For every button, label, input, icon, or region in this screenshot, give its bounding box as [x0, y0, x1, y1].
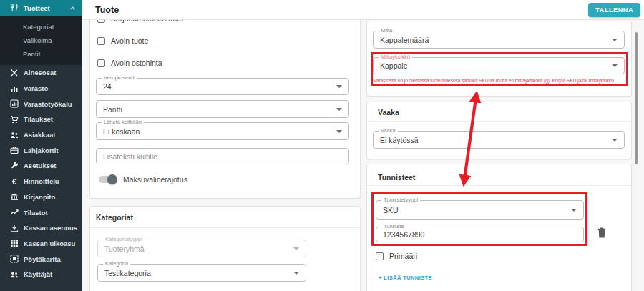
sidebar-item-kassan-ulkoasu[interactable]: Kassan ulkoasu	[0, 236, 82, 252]
category-label: Kategoria	[103, 261, 130, 267]
sidebar-item-label: Tilastot	[24, 209, 48, 217]
page-header: Tuote TALLENNA	[82, 0, 644, 20]
dropdown-arrow-icon	[612, 39, 618, 41]
vat-percent-label: Veroprosentti	[102, 75, 137, 81]
payment-restriction-label: Maksuvälinerajotus	[123, 175, 187, 184]
unit-select[interactable]: Mittayksikkö Kappale	[373, 57, 625, 74]
table-map-icon	[10, 255, 19, 263]
payment-restriction-toggle[interactable]	[99, 176, 116, 183]
sidebar-item-asetukset[interactable]: Asetukset	[0, 158, 82, 174]
sidebar-item-kirjanpito[interactable]: Kirjanpito	[0, 189, 82, 205]
sidebar-item-ainesosat[interactable]: Ainesosat	[0, 65, 82, 81]
dropdown-arrow-icon	[612, 139, 618, 142]
svg-text:€: €	[12, 177, 16, 186]
bar-chart-icon	[10, 84, 19, 93]
open-purchase-price-label: Avoin ostohinta	[111, 59, 162, 67]
grid-icon	[10, 239, 19, 247]
sidebar-item-label: Tuotteet	[24, 4, 64, 12]
sidebar-item-tilastot[interactable]: Tilastot	[0, 204, 82, 220]
primary-checkbox[interactable]	[376, 252, 384, 260]
divider	[90, 227, 360, 228]
sidebar-item-hinnoittelu[interactable]: € Hinnoittelu	[0, 174, 82, 189]
sidebar-item-kategoriat[interactable]: Kategoriat	[0, 20, 82, 34]
sidebar-item-label: Hinnoittelu	[24, 177, 59, 185]
open-product-row: Avoin tuote	[97, 36, 148, 45]
sidebar-item-label: Tilaukset	[24, 115, 53, 123]
save-button[interactable]: TALLENNA	[588, 3, 640, 17]
sidebar-item-label: Lahjakortit	[24, 147, 59, 154]
open-product-label: Avoin tuote	[111, 36, 148, 45]
vat-percent-select[interactable]: Veroprosentti 24	[96, 78, 349, 95]
dropdown-arrow-icon	[293, 272, 299, 275]
sidebar-item-label: Käyttäjät	[24, 270, 52, 278]
scale-select[interactable]: Vaaka Ei käytössä	[373, 131, 625, 149]
sidebar-item-poytakartta[interactable]: Pöytäkartta	[0, 251, 82, 267]
sidebar-item-kayttajat[interactable]: Käyttäjät	[0, 267, 82, 282]
sidebar-item-lahjakortit[interactable]: Lahjakortit	[0, 142, 82, 158]
category-type-value: Tuoteryhmä	[104, 245, 145, 253]
euro-icon: €	[10, 177, 19, 186]
send-to-kitchen-label: Lähetä keittiöön	[102, 119, 144, 125]
sidebar-item-label: Kassan ulkoasu	[24, 240, 75, 247]
sidebar-item-pantit[interactable]: Pantit	[0, 47, 82, 61]
sidebar-item-label: Pöytäkartta	[24, 255, 61, 263]
send-to-kitchen-value: Ei koskaan	[103, 127, 140, 136]
receipt-text-input[interactable]	[103, 149, 343, 164]
unit-error-message: Varastossa on jo olemassa tuote/ainesosa…	[374, 78, 615, 83]
vertical-scrollbar[interactable]	[635, 32, 638, 164]
wrench-icon	[10, 162, 19, 170]
sidebar-item-varastotyokalu[interactable]: Varastotyökalu	[0, 96, 82, 112]
sidebar-item-valikoima[interactable]: Valikoima	[0, 34, 82, 47]
chart-box-icon	[10, 99, 19, 108]
payment-restriction-row: Maksuvälinerajotus	[99, 175, 187, 184]
dropdown-arrow-icon	[612, 64, 618, 67]
scale-card-title: Vaaka	[378, 108, 399, 117]
people-icon	[10, 131, 19, 139]
category-type-select[interactable]: Kategoriatyyppi Tuoteryhmä	[97, 240, 306, 257]
identifiers-card-title: Tunnisteet	[378, 173, 415, 182]
sidebar-item-tilaukset[interactable]: Tilaukset	[0, 112, 82, 127]
identifier-type-label: Tunnistetyyppi	[381, 197, 420, 203]
sidebar-item-label: Asiakkaat	[24, 131, 55, 139]
restaurant-icon	[10, 4, 19, 12]
category-select[interactable]: Kategoria Testikategoria	[97, 264, 306, 282]
receipt-text-field-wrap	[96, 148, 349, 164]
measure-card: Mitta Kappalemäärä Mittayksikkö Kappale …	[366, 21, 632, 97]
divider	[367, 185, 631, 186]
delete-identifier-icon[interactable]	[597, 227, 607, 238]
measure-select[interactable]: Mitta Kappalemäärä	[373, 31, 625, 49]
dropdown-arrow-icon	[336, 85, 342, 88]
identifier-field-wrap: Tunniste	[376, 227, 584, 242]
sidebar-submenu: Kategoriat Valikoima Pantit	[0, 16, 82, 65]
product-settings-card: Sarjanumeroseuranta Avoin tuote Avoin os…	[89, 0, 361, 199]
page-title: Tuote	[95, 5, 119, 15]
dropdown-arrow-icon	[336, 130, 342, 133]
deposit-select[interactable]: Pantti	[96, 100, 349, 118]
dropdown-arrow-icon	[571, 209, 577, 212]
primary-row: Primääri	[376, 252, 417, 260]
download-icon	[10, 224, 19, 232]
sidebar-item-varasto[interactable]: Varasto	[0, 81, 82, 97]
crossed-utensils-icon	[10, 69, 19, 77]
sidebar-item-label: Varasto	[24, 84, 48, 92]
identifier-type-select[interactable]: Tunnistetyyppi SKU	[376, 200, 584, 220]
open-product-checkbox[interactable]	[97, 37, 105, 45]
sidebar-item-kassan-asennus[interactable]: Kassan asennus	[0, 220, 82, 236]
sidebar-item-label: Varastotyökalu	[24, 100, 72, 108]
add-identifier-link[interactable]: + LISÄÄ TUNNISTE	[379, 275, 432, 281]
app-window: Tuotteet Kategoriat Valikoima Pantit Ain…	[0, 0, 644, 291]
measure-label: Mitta	[379, 28, 394, 34]
open-purchase-price-checkbox[interactable]	[97, 59, 105, 67]
measure-value: Kappalemäärä	[380, 36, 429, 44]
category-value: Testikategoria	[104, 269, 151, 277]
scale-value: Ei käytössä	[380, 136, 419, 144]
identifier-input[interactable]	[383, 227, 577, 242]
categories-card: Kategoriat Kategoriatyyppi Tuoteryhmä Ka…	[89, 206, 361, 291]
sidebar-item-asiakkaat[interactable]: Asiakkaat	[0, 127, 82, 143]
line-chart-icon	[10, 208, 19, 217]
unit-value: Kappale	[380, 61, 408, 70]
categories-card-title: Kategoriat	[96, 213, 133, 222]
sidebar-item-tuotteet[interactable]: Tuotteet	[0, 0, 82, 16]
send-to-kitchen-select[interactable]: Lähetä keittiöön Ei koskaan	[96, 122, 349, 140]
scale-card: Vaaka Vaaka Ei käytössä	[366, 102, 632, 159]
